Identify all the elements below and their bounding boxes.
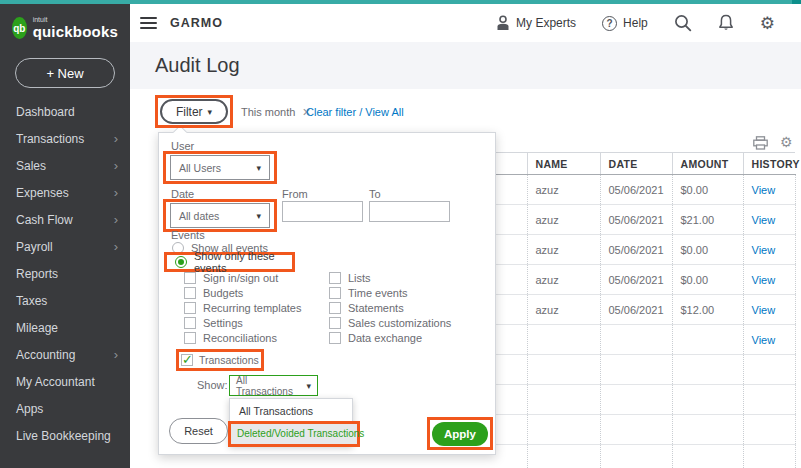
checkbox-data-exchange[interactable]: Data exchange	[329, 332, 422, 344]
filter-chip-this-month: This month ×	[241, 105, 311, 119]
radio-show-only-label: Show only these events	[194, 250, 292, 274]
help-label: Help	[623, 16, 648, 30]
sidebar-item-payroll[interactable]: Payroll›	[0, 233, 130, 260]
sidebar-item-mileage[interactable]: Mileage	[0, 314, 130, 341]
header-date: DATE	[600, 153, 672, 175]
checkbox-recurring-templates[interactable]: Recurring templates	[184, 302, 301, 314]
cell-name: azuz	[527, 205, 600, 235]
view-link[interactable]: View	[752, 334, 776, 346]
sidebar-item-reports[interactable]: Reports	[0, 260, 130, 287]
sidebar-item-live-bookkeeping[interactable]: Live Bookkeeping	[0, 422, 130, 449]
search-icon	[674, 14, 692, 32]
cell-date: 05/06/2021	[600, 175, 672, 205]
events-label: Events	[171, 229, 205, 241]
reset-button[interactable]: Reset	[169, 418, 228, 444]
cell-amount: $12.00	[672, 295, 743, 325]
highlight-apply-button: Apply	[427, 417, 493, 450]
cell-date: 05/06/2021	[600, 205, 672, 235]
checkbox-reconciliations[interactable]: Reconciliations	[184, 332, 277, 344]
checkbox-budgets[interactable]: Budgets	[184, 287, 243, 299]
checkbox-lists[interactable]: Lists	[329, 272, 371, 284]
sidebar-item-sales[interactable]: Sales›	[0, 152, 130, 179]
sidebar: qb intuit quickbooks + New Dashboard Tra…	[0, 4, 130, 468]
from-label: From	[282, 188, 308, 200]
filter-button[interactable]: Filter ▾	[160, 99, 228, 124]
filter-button-label: Filter	[176, 105, 203, 119]
sidebar-item-accounting[interactable]: Accounting›	[0, 341, 130, 368]
top-bar: GARMO My Experts ? Help ⚙	[130, 4, 801, 42]
hamburger-menu-icon[interactable]	[140, 14, 157, 32]
checkbox-sign-in-out[interactable]: Sign in/sign out	[184, 272, 278, 284]
checkbox-icon	[184, 302, 196, 314]
sidebar-nav: Dashboard Transactions› Sales› Expenses›…	[0, 98, 130, 449]
date-dropdown-value: All dates	[179, 210, 219, 222]
sidebar-item-apps[interactable]: Apps	[0, 395, 130, 422]
user-dropdown[interactable]: All Users ▾	[170, 155, 270, 180]
option-deleted-voided-transactions[interactable]: Deleted/Voided Transactions	[228, 421, 360, 447]
quickbooks-logo[interactable]: qb intuit quickbooks	[0, 4, 130, 46]
loading-strip	[0, 0, 801, 4]
checkbox-checked-icon[interactable]	[181, 354, 193, 366]
filter-chip-label: This month	[241, 106, 295, 118]
cell-date: 05/06/2021	[600, 295, 672, 325]
print-icon[interactable]	[753, 136, 768, 150]
cell-amount: $0.00	[672, 175, 743, 205]
checkbox-sales-customizations[interactable]: Sales customizations	[329, 317, 451, 329]
table-settings-icon[interactable]: ⚙	[780, 134, 793, 150]
checkbox-icon	[329, 272, 341, 284]
sidebar-item-expenses[interactable]: Expenses›	[0, 179, 130, 206]
checkbox-icon	[184, 272, 196, 284]
search-button[interactable]	[674, 14, 692, 32]
checkbox-settings[interactable]: Settings	[184, 317, 243, 329]
table-row: azuz 05/06/2021 $12.00 View	[496, 295, 795, 325]
date-dropdown[interactable]: All dates ▾	[170, 203, 270, 228]
chevron-right-icon: ›	[114, 131, 118, 146]
help-icon: ?	[602, 16, 617, 31]
show-transactions-dropdown[interactable]: All Transactions ▾	[229, 375, 318, 396]
sidebar-item-cash-flow[interactable]: Cash Flow›	[0, 206, 130, 233]
sidebar-item-dashboard[interactable]: Dashboard	[0, 98, 130, 125]
sidebar-item-transactions[interactable]: Transactions›	[0, 125, 130, 152]
clear-filter-link[interactable]: Clear filter / View All	[306, 106, 404, 118]
audit-log-table: ⚙ NAME DATE AMOUNT HISTORY azuz 05/06/20…	[496, 136, 796, 468]
sidebar-item-taxes[interactable]: Taxes	[0, 287, 130, 314]
new-button[interactable]: + New	[15, 58, 115, 88]
from-date-input[interactable]	[282, 201, 363, 222]
settings-button[interactable]: ⚙	[760, 15, 775, 32]
sidebar-item-my-accountant[interactable]: My Accountant	[0, 368, 130, 395]
cell-date	[600, 325, 672, 355]
topbar-actions: My Experts ? Help ⚙	[496, 14, 801, 32]
table-toolbar: ⚙	[496, 136, 796, 151]
to-date-input[interactable]	[369, 201, 450, 222]
cell-name: azuz	[527, 235, 600, 265]
quickbooks-label: quickbooks	[33, 23, 118, 40]
view-link[interactable]: View	[752, 184, 776, 196]
view-link[interactable]: View	[752, 244, 776, 256]
view-link[interactable]: View	[752, 304, 776, 316]
table-row-empty	[496, 415, 795, 445]
show-label: Show:	[197, 379, 228, 391]
table-row: azuz 05/06/2021 $0.00 View	[496, 175, 795, 205]
view-link[interactable]: View	[752, 214, 776, 226]
chevron-right-icon: ›	[114, 185, 118, 200]
help-button[interactable]: ? Help	[602, 16, 648, 31]
checkbox-time-events[interactable]: Time events	[329, 287, 408, 299]
logo-text: intuit quickbooks	[33, 16, 118, 40]
chevron-right-icon: ›	[114, 212, 118, 227]
highlight-transactions-checkbox: Transactions	[176, 349, 264, 371]
my-experts-button[interactable]: My Experts	[496, 15, 576, 31]
notifications-button[interactable]	[718, 14, 734, 32]
gear-icon: ⚙	[760, 15, 775, 32]
cell-name: azuz	[527, 175, 600, 205]
caret-down-icon: ▾	[306, 381, 311, 391]
radio-selected-icon[interactable]	[175, 256, 187, 268]
apply-button[interactable]: Apply	[432, 422, 488, 446]
cell-date: 05/06/2021	[600, 235, 672, 265]
show-dropdown-value: All Transactions	[236, 375, 306, 397]
checkbox-icon	[184, 317, 196, 329]
checkbox-statements[interactable]: Statements	[329, 302, 404, 314]
chevron-right-icon: ›	[114, 158, 118, 173]
option-all-transactions[interactable]: All Transactions	[231, 401, 351, 421]
view-link[interactable]: View	[752, 274, 776, 286]
company-name: GARMO	[170, 16, 223, 30]
